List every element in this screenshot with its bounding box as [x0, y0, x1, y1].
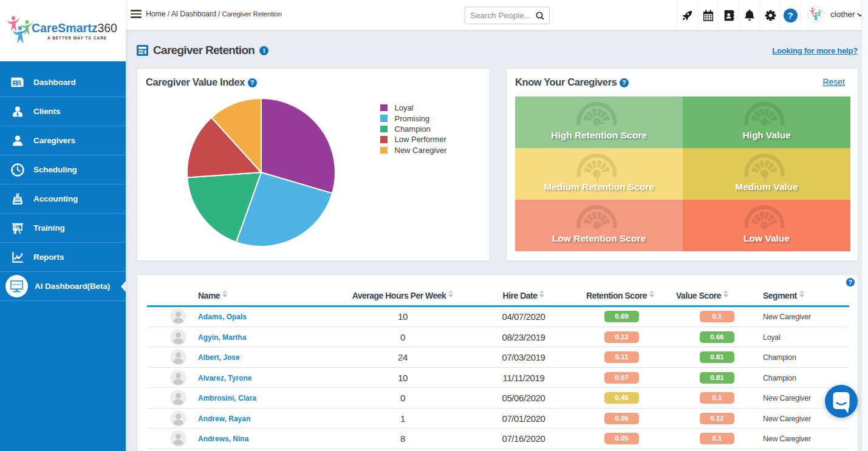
svg-text:CareSmartz360: CareSmartz360 [32, 21, 117, 35]
svg-text:A BETTER WAY TO CARE: A BETTER WAY TO CARE [47, 36, 107, 40]
